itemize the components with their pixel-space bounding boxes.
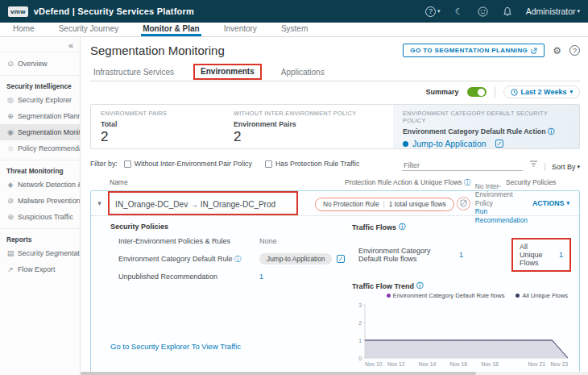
clock-icon <box>511 89 518 96</box>
sidebar-section-security-intelligence: Security Intelligence <box>0 75 80 92</box>
svg-text:2: 2 <box>358 320 362 326</box>
edit-icon[interactable] <box>495 140 503 148</box>
sidebar-item-segmentation-monitoring[interactable]: ◉ Segmentation Monitoring <box>0 124 80 140</box>
tab-environments[interactable]: Environments <box>193 64 262 80</box>
sidebar-collapse-icon[interactable]: « <box>0 37 80 52</box>
tab-applications[interactable]: Applications <box>280 66 326 81</box>
divider <box>495 86 495 98</box>
monitor-icon: ◉ <box>6 128 14 136</box>
svg-text:3: 3 <box>358 302 362 308</box>
nav-home[interactable]: Home <box>11 23 36 36</box>
sidebar-item-label: Policy Recommendations <box>18 144 80 152</box>
checkbox-label: Has Protection Rule Traffic <box>275 160 359 168</box>
notifications-bell-icon[interactable] <box>502 6 513 17</box>
dark-mode-icon[interactable]: ☾ <box>453 6 465 17</box>
flows-count: 1 total unique flows <box>389 200 446 208</box>
app-window: vmw vDefend | Security Services Platform… <box>0 0 588 375</box>
rule-action-value: Jump-to Application <box>412 139 487 148</box>
default-rule-flows-value[interactable]: 1 <box>459 251 463 259</box>
summary-panel: ENVIRONMENT PAIRS Total 2 WITHOUT INTER-… <box>90 104 580 149</box>
legend-dot-navy <box>516 294 520 298</box>
scrollbar-thumb[interactable] <box>81 372 476 375</box>
policy-row-label: Inter-Environment Policies & Rules <box>118 237 259 245</box>
user-menu[interactable]: Administrator▾ <box>526 6 580 16</box>
help-icon: ? <box>425 6 436 17</box>
sidebar-item-policy-recommendations[interactable]: ☆ Policy Recommendations <box>0 140 80 156</box>
explorer-icon: ◎ <box>6 96 14 104</box>
summary-card-header: ENVIRONMENT CATEGORY DEFAULT SECURITY PO… <box>403 110 569 124</box>
edit-icon[interactable] <box>337 255 345 263</box>
policy-row-label: Unpublished Recommendation <box>118 273 259 281</box>
all-unique-flows-value[interactable]: 1 <box>559 251 563 259</box>
policy-row-label: Environment Category Default Rule ⓘ <box>118 255 259 264</box>
unpublished-recommendation-count[interactable]: 1 <box>259 273 263 281</box>
tab-infrastructure-services[interactable]: Infrastructure Services <box>92 66 176 81</box>
summary-card-value: 2 <box>101 129 214 145</box>
page-help-icon[interactable]: ? <box>569 45 580 56</box>
actions-label: ACTIONS <box>532 199 565 207</box>
sidebar-item-flow-export[interactable]: ↗ Flow Export <box>0 261 80 277</box>
row-header[interactable]: ▾ IN_Orange-DC_Dev → IN_Orange-DC_Prod N… <box>91 191 579 215</box>
rule-action-dot <box>403 141 408 147</box>
clock-icon: ⊙ <box>6 60 14 68</box>
svg-text:Nov 16: Nov 16 <box>450 361 468 367</box>
checkbox-has-traffic[interactable]: Has Protection Rule Traffic <box>265 160 359 168</box>
summary-toggle[interactable] <box>467 87 487 97</box>
export-icon: ↗ <box>6 265 14 273</box>
horizontal-scrollbar[interactable] <box>81 372 588 375</box>
legend-default-rule-flows: Environment Category Default Rule flows <box>387 292 505 299</box>
sidebar-item-label: Flow Export <box>18 265 55 273</box>
actions-dropdown[interactable]: ACTIONS ▾ <box>532 199 569 207</box>
target-icon: ⊕ <box>6 112 14 120</box>
filter-funnel-icon[interactable] <box>529 156 538 171</box>
feedback-icon[interactable] <box>478 6 489 17</box>
filter-by-label: Filter by: <box>90 160 118 168</box>
summary-card-value: 2 <box>234 129 383 145</box>
time-range-label: Last 2 Weeks <box>521 88 567 96</box>
no-policy-shield-icon <box>457 197 470 210</box>
info-icon[interactable]: ⓘ <box>548 128 554 135</box>
summary-card-header: ENVIRONMENT PAIRS <box>101 110 214 117</box>
sidebar-item-network-detection[interactable]: ◈ Network Detection & Res... <box>0 177 80 193</box>
security-explorer-link[interactable]: Go to Security Explorer To View Traffic <box>110 342 241 351</box>
info-icon[interactable]: ⓘ <box>416 281 423 290</box>
sidebar-item-security-segmentation-report[interactable]: ▤ Security Segmentation R... <box>0 245 80 261</box>
sidebar-item-overview[interactable]: ⊙ Overview <box>0 56 80 72</box>
sidebar-item-security-explorer[interactable]: ◎ Security Explorer <box>0 92 80 108</box>
default-rule-flows-label: Environment Category Default Rule flows <box>358 247 438 263</box>
chevron-down-icon[interactable]: ▾ <box>91 199 108 207</box>
go-to-segmentation-planning-button[interactable]: GO TO SEGMENTATION PLANNING <box>403 44 545 57</box>
legend-all-unique-flows: All Unique Flows <box>516 292 568 299</box>
policy-status: No Inter-Environment Policy <box>475 182 528 207</box>
environment-pair-row-expanded: ▾ IN_Orange-DC_Dev → IN_Orange-DC_Prod N… <box>90 190 580 375</box>
chevron-down-icon: ▾ <box>566 200 569 206</box>
sidebar-item-label: Overview <box>18 60 48 68</box>
nav-system[interactable]: System <box>280 23 309 36</box>
sidebar: « ⊙ Overview Security Intelligence ◎ Sec… <box>0 37 81 375</box>
run-recommendation-link[interactable]: Run Recommendation <box>475 207 528 224</box>
pair-name: IN_Orange-DC_Dev → IN_Orange-DC_Prod <box>115 200 275 209</box>
page-tabs: Infrastructure Services Environments App… <box>90 64 580 81</box>
summary-card-label: Total <box>101 120 214 128</box>
filter-input[interactable] <box>402 160 523 171</box>
time-range-dropdown[interactable]: Last 2 Weeks ▾ <box>503 85 580 98</box>
sidebar-item-label: Security Segmentation R... <box>18 249 80 257</box>
gear-icon[interactable]: ⚙ <box>553 45 561 56</box>
all-unique-flows-label: All Unique Flows <box>520 243 545 267</box>
help-menu[interactable]: ?▾ <box>425 6 441 17</box>
info-icon[interactable]: ⓘ <box>234 256 241 263</box>
info-icon[interactable]: ⓘ <box>399 223 405 231</box>
sort-by-dropdown[interactable]: Sort By ▾ <box>545 163 580 171</box>
nav-inventory[interactable]: Inventory <box>222 23 259 36</box>
checkbox-icon <box>265 160 272 168</box>
svg-text:Nov 10: Nov 10 <box>365 361 383 367</box>
checkbox-without-policy[interactable]: Without Inter-Environment Pair Policy <box>124 160 252 168</box>
sidebar-item-segmentation-planning[interactable]: ⊕ Segmentation Planning <box>0 108 80 124</box>
vmware-logo: vmw <box>8 6 28 17</box>
sidebar-item-malware-prevention[interactable]: ⊘ Malware Prevention <box>0 193 80 209</box>
chevron-down-icon: ▾ <box>577 8 580 15</box>
nav-monitor-plan[interactable]: Monitor & Plan <box>141 23 201 36</box>
sidebar-item-label: Network Detection & Res... <box>18 181 80 189</box>
sidebar-item-suspicious-traffic[interactable]: ⊚ Suspicious Traffic <box>0 209 80 225</box>
nav-security-journey[interactable]: Security Journey <box>57 23 120 36</box>
